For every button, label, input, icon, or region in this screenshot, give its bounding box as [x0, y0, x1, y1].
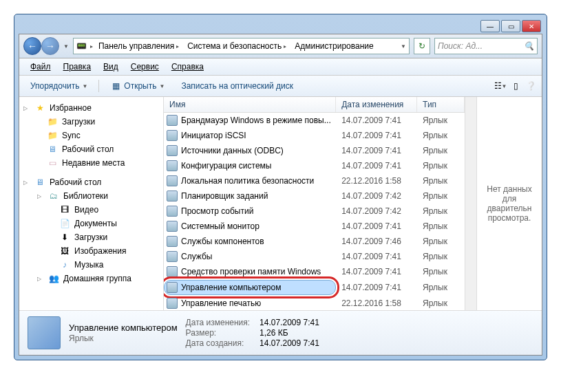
minimize-button[interactable]: — [480, 20, 500, 32]
forward-button[interactable]: → [41, 37, 59, 55]
file-type: Ярлык [417, 297, 465, 309]
sidebar-item-pictures[interactable]: 🖼Изображения [19, 244, 163, 258]
file-row[interactable]: Локальная политика безопасности22.12.201… [164, 173, 465, 188]
column-date[interactable]: Дата изменения [336, 97, 417, 112]
file-name: Инициатор iSCSI [181, 131, 246, 140]
folder-icon: 📁 [47, 116, 58, 127]
organize-button[interactable]: Упорядочить ▼ [25, 79, 93, 93]
back-button[interactable]: ← [23, 37, 41, 55]
search-icon: 🔍 [524, 41, 534, 51]
file-name: Планировщик заданий [181, 191, 268, 201]
video-icon: 🎞 [59, 204, 70, 215]
menu-help[interactable]: Справка [166, 61, 209, 73]
sidebar-item-sync[interactable]: 📁Sync [19, 129, 163, 142]
file-date: 14.07.2009 7:41 [336, 160, 417, 172]
menu-file[interactable]: Файл [25, 61, 56, 73]
sidebar-item-video[interactable]: 🎞Видео [19, 203, 163, 217]
shortcut-icon [167, 282, 178, 293]
shortcut-icon [167, 115, 178, 126]
file-name: Просмотр событий [181, 206, 253, 216]
file-row[interactable]: Просмотр событий14.07.2009 7:42Ярлык [164, 204, 465, 219]
file-type: Ярлык [417, 235, 465, 248]
sidebar-favorites[interactable]: ▷★Избранное [19, 101, 163, 115]
file-row[interactable]: Системный монитор14.07.2009 7:41Ярлык [164, 219, 465, 234]
details-created-label: Дата создания: [186, 338, 251, 348]
picture-icon: 🖼 [59, 246, 70, 257]
burn-button[interactable]: Записать на оптический диск [176, 79, 299, 93]
menu-tools[interactable]: Сервис [125, 61, 165, 73]
sidebar-item-desktop[interactable]: 🖥Рабочий стол [19, 142, 163, 156]
file-row[interactable]: Брандмауэр Windows в режиме повы...14.07… [164, 113, 465, 128]
file-date: 22.12.2016 1:58 [336, 297, 417, 309]
breadcrumb-segment[interactable]: Панель управления ▸ [96, 40, 182, 52]
file-row[interactable]: Средство проверки памяти Windows14.07.20… [164, 264, 465, 279]
shortcut-icon [167, 130, 178, 141]
file-list[interactable]: Имя Дата изменения Тип Брандмауэр Window… [164, 97, 465, 310]
sidebar-item-downloads[interactable]: ⬇Загрузки [19, 230, 163, 244]
breadcrumb-segment[interactable]: Система и безопасность ▸ [184, 40, 289, 52]
file-name: Службы [181, 252, 212, 261]
sidebar-homegroup[interactable]: ▷👥Домашняя группа [19, 272, 163, 285]
file-row[interactable]: Управление печатью22.12.2016 1:58Ярлык [164, 296, 465, 310]
shortcut-icon [167, 175, 178, 186]
file-row[interactable]: Планировщик заданий14.07.2009 7:42Ярлык [164, 188, 465, 204]
toolbar: Упорядочить ▼ ▦Открыть ▼ Записать на опт… [19, 76, 542, 97]
details-icon [28, 316, 61, 349]
details-size-label: Размер: [186, 328, 251, 338]
breadcrumb-segment[interactable]: Администрирование [292, 40, 376, 52]
file-date: 14.07.2009 7:41 [336, 281, 417, 294]
file-row[interactable]: Службы компонентов14.07.2009 7:46Ярлык [164, 234, 465, 249]
shortcut-icon [167, 251, 178, 262]
address-row: ← → ▼ 📟 ▸ Панель управления ▸ Система и … [19, 34, 542, 58]
view-options-button[interactable]: ☷ ▼ [495, 80, 506, 91]
menu-view[interactable]: Вид [98, 61, 124, 73]
content-area: ▷★Избранное 📁Загрузки 📁Sync 🖥Рабочий сто… [19, 97, 542, 310]
shortcut-icon [167, 266, 178, 277]
open-button[interactable]: ▦Открыть ▼ [105, 78, 170, 94]
help-button[interactable]: ❔ [525, 80, 536, 91]
file-name: Локальная политика безопасности [181, 176, 314, 186]
desktop-icon: 🖥 [34, 177, 45, 188]
column-type[interactable]: Тип [417, 97, 465, 112]
address-dropdown[interactable]: ▼ [401, 43, 406, 50]
sidebar-item-downloads[interactable]: 📁Загрузки [19, 115, 163, 129]
file-row[interactable]: Конфигурация системы14.07.2009 7:41Ярлык [164, 158, 465, 173]
sidebar-item-documents[interactable]: 📄Документы [19, 217, 163, 230]
file-type: Ярлык [417, 129, 465, 142]
file-type: Ярлык [417, 114, 465, 127]
file-row[interactable]: Службы14.07.2009 7:41Ярлык [164, 249, 465, 264]
sidebar-item-music[interactable]: ♪Музыка [19, 258, 163, 272]
scrollbar-vertical[interactable] [465, 97, 476, 310]
nav-history-dropdown[interactable]: ▼ [63, 43, 69, 50]
sidebar-item-recent[interactable]: ▭Недавние места [19, 156, 163, 170]
details-date-label: Дата изменения: [186, 318, 251, 327]
navigation-pane[interactable]: ▷★Избранное 📁Загрузки 📁Sync 🖥Рабочий сто… [19, 97, 164, 310]
close-button[interactable]: ✕ [522, 20, 541, 32]
shortcut-icon [167, 206, 178, 217]
file-row[interactable]: Управление компьютером14.07.2009 7:41Ярл… [164, 279, 465, 296]
column-name[interactable]: Имя [164, 97, 336, 112]
sidebar-libraries[interactable]: ▷🗂Библиотеки [19, 189, 163, 203]
menu-edit[interactable]: Правка [58, 61, 97, 73]
address-bar[interactable]: 📟 ▸ Панель управления ▸ Система и безопа… [73, 38, 410, 54]
explorer-window: — ▭ ✕ ← → ▼ 📟 ▸ Панель управления ▸ Сист… [14, 14, 547, 360]
file-row[interactable]: Инициатор iSCSI14.07.2009 7:41Ярлык [164, 128, 465, 143]
search-input[interactable]: Поиск: Ад... 🔍 [434, 38, 538, 54]
refresh-button[interactable]: ↻ [414, 38, 430, 54]
shortcut-icon [167, 145, 178, 156]
menubar: Файл Правка Вид Сервис Справка [19, 58, 542, 76]
shortcut-icon [167, 160, 178, 171]
sidebar-desktop[interactable]: ▷🖥Рабочий стол [19, 175, 163, 189]
file-date: 14.07.2009 7:41 [336, 114, 417, 127]
file-row[interactable]: Источники данных (ODBC)14.07.2009 7:41Яр… [164, 143, 465, 158]
search-placeholder: Поиск: Ад... [438, 41, 483, 51]
desktop-icon: 🖥 [47, 144, 58, 155]
maximize-button[interactable]: ▭ [501, 20, 520, 32]
file-date: 14.07.2009 7:46 [336, 235, 417, 248]
file-type: Ярлык [417, 250, 465, 263]
shortcut-icon [167, 298, 178, 309]
preview-pane-button[interactable]: ▯ [510, 80, 521, 91]
recent-icon: ▭ [47, 157, 58, 168]
file-type: Ярлык [417, 205, 465, 217]
file-type: Ярлык [417, 190, 465, 202]
